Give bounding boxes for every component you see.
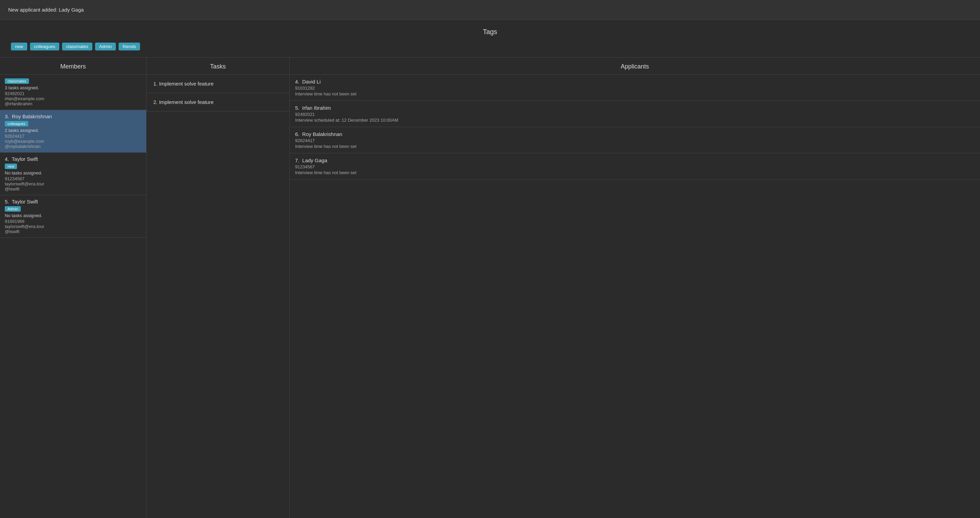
applicant-name: 6. Roy Balakrishnan: [295, 131, 975, 137]
list-item[interactable]: 4. Taylor SwiftnewNo tasks assigned.9123…: [0, 153, 146, 195]
member-email: irfan@example.com: [5, 96, 142, 101]
member-tasks: No tasks assigned.: [5, 171, 142, 175]
applicant-phone: 91234567: [295, 164, 975, 169]
member-tasks: 2 tasks assigned.: [5, 128, 142, 133]
applicants-list: 4. David Li91031282Interview time has no…: [290, 75, 980, 518]
tags-section: Tags newcolleaguesclassmatesAdminfriends: [0, 20, 980, 57]
member-tag: new: [5, 164, 17, 169]
tag-badge[interactable]: colleagues: [30, 43, 59, 51]
member-handle: @irfanibrahim: [5, 101, 142, 106]
tag-badge[interactable]: new: [11, 43, 27, 51]
member-handle: @roybalakrishnan: [5, 144, 142, 149]
tag-badge[interactable]: friends: [119, 43, 140, 51]
notification-bar: New applicant added: Lady Gaga: [0, 0, 980, 20]
applicant-status: Interview time has not been set: [295, 170, 975, 175]
tag-badge[interactable]: Admin: [95, 43, 116, 51]
list-item[interactable]: classmates3 tasks assigned.92492021irfan…: [0, 75, 146, 110]
tags-list: newcolleaguesclassmatesAdminfriends: [8, 43, 972, 51]
member-phone: 92624417: [5, 134, 142, 139]
member-phone: 91691969: [5, 219, 142, 224]
list-item[interactable]: 7. Lady Gaga91234567Interview time has n…: [290, 153, 980, 180]
list-item[interactable]: 4. David Li91031282Interview time has no…: [290, 75, 980, 101]
member-tag: Admin: [5, 206, 21, 212]
tasks-title: Tasks: [146, 57, 289, 75]
members-column: Members classmates3 tasks assigned.92492…: [0, 57, 146, 518]
applicant-name: 7. Lady Gaga: [295, 158, 975, 163]
list-item[interactable]: 6. Roy Balakrishnan92624417Interview tim…: [290, 127, 980, 153]
notification-text: New applicant added: Lady Gaga: [8, 7, 84, 13]
tags-title: Tags: [8, 28, 972, 36]
applicant-name: 4. David Li: [295, 79, 975, 84]
applicant-status: Interview scheduled at: 12 December 2023…: [295, 118, 975, 123]
member-name: 3. Roy Balakrishnan: [5, 113, 142, 119]
tag-badge[interactable]: classmates: [62, 43, 92, 51]
member-email: royb@example.com: [5, 139, 142, 144]
list-item: 1. Implement solve feature: [146, 75, 289, 93]
members-list: classmates3 tasks assigned.92492021irfan…: [0, 75, 146, 518]
applicant-phone: 92624417: [295, 138, 975, 143]
member-name: 5. Taylor Swift: [5, 199, 142, 204]
members-title: Members: [0, 57, 146, 75]
main-content: Members classmates3 tasks assigned.92492…: [0, 57, 980, 518]
applicant-status: Interview time has not been set: [295, 91, 975, 96]
list-item[interactable]: 5. Irfan Ibrahim92492021Interview schedu…: [290, 101, 980, 127]
member-tasks: No tasks assigned.: [5, 213, 142, 218]
list-item: 2. Implement solve feature: [146, 93, 289, 112]
member-email: taylorswift@era.tour: [5, 224, 142, 229]
list-item[interactable]: 5. Taylor SwiftAdminNo tasks assigned.91…: [0, 195, 146, 238]
applicant-status: Interview time has not been set: [295, 144, 975, 149]
member-tag: classmates: [5, 78, 29, 84]
tasks-list: 1. Implement solve feature2. Implement s…: [146, 75, 289, 518]
applicants-title: Applicants: [290, 57, 980, 75]
applicants-column: Applicants 4. David Li91031282Interview …: [290, 57, 980, 518]
applicant-phone: 91031282: [295, 86, 975, 91]
member-phone: 91234567: [5, 176, 142, 181]
member-tag: colleagues: [5, 121, 28, 126]
member-handle: @tswift: [5, 186, 142, 191]
applicant-phone: 92492021: [295, 112, 975, 117]
member-phone: 92492021: [5, 91, 142, 96]
member-handle: @tswift: [5, 229, 142, 234]
member-name: 4. Taylor Swift: [5, 156, 142, 162]
member-email: taylorswift@era.tour: [5, 181, 142, 186]
member-tasks: 3 tasks assigned.: [5, 85, 142, 90]
list-item[interactable]: 3. Roy Balakrishnancolleagues2 tasks ass…: [0, 110, 146, 153]
applicant-name: 5. Irfan Ibrahim: [295, 105, 975, 111]
tasks-column: Tasks 1. Implement solve feature2. Imple…: [146, 57, 290, 518]
